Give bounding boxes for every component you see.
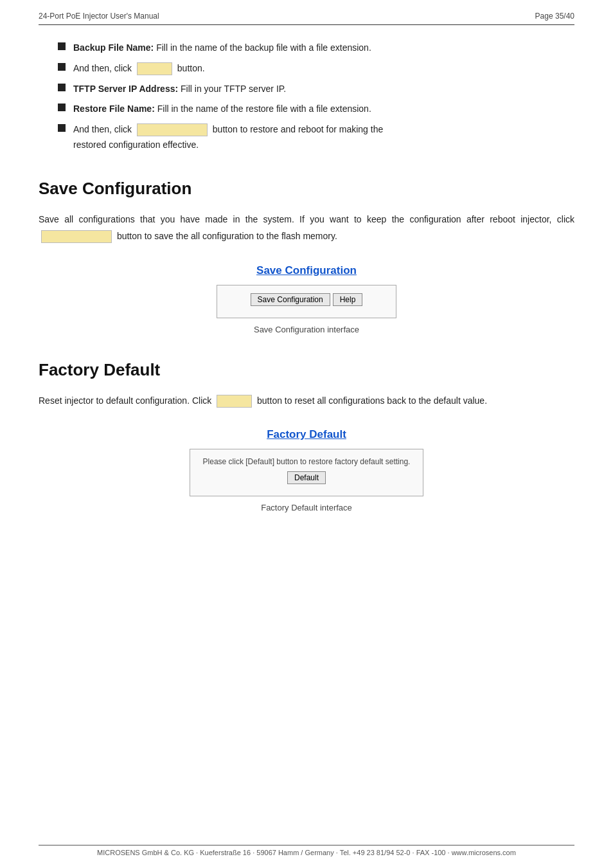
- page-header: 24-Port PoE Injector User's Manual Page …: [39, 12, 574, 25]
- inline-placeholder-3: [41, 230, 112, 243]
- factory-default-body: Reset injector to default configuration.…: [39, 393, 574, 410]
- save-config-heading: Save Configuration: [39, 179, 574, 199]
- bold-1: Backup File Name:: [73, 42, 154, 53]
- save-config-body: Save all configurations that you have ma…: [39, 212, 574, 245]
- header-left: 24-Port PoE Injector User's Manual: [39, 12, 159, 21]
- factory-default-caption: Factory Default interface: [261, 503, 352, 512]
- factory-default-section: Factory Default Reset injector to defaul…: [39, 360, 574, 513]
- save-config-caption: Save Configuration interface: [254, 325, 359, 334]
- list-item-2: And then, click button.: [58, 61, 574, 77]
- factory-default-sub-text: Please click [Default] button to restore…: [203, 457, 411, 466]
- inline-placeholder-2: [137, 123, 208, 136]
- list-item-5: And then, click button to restore and re…: [58, 122, 574, 153]
- bullet-icon-3: [58, 84, 66, 91]
- bullet-list: Backup File Name: Fill in the name of th…: [58, 41, 574, 153]
- footer-text: MICROSENS GmbH & Co. KG · Kueferstraße 1…: [97, 849, 516, 856]
- bullet-icon-4: [58, 104, 66, 111]
- bullet-icon-1: [58, 42, 66, 50]
- list-item-1: Backup File Name: Fill in the name of th…: [58, 41, 574, 56]
- inline-placeholder-1: [137, 62, 172, 75]
- factory-default-diagram-box: Please click [Default] button to restore…: [190, 449, 424, 496]
- bold-4: Restore File Name:: [73, 104, 155, 114]
- save-config-section: Save Configuration Save all configuratio…: [39, 179, 574, 334]
- list-item-4: Restore File Name: Fill in the name of t…: [58, 102, 574, 117]
- page-footer: MICROSENS GmbH & Co. KG · Kueferstraße 1…: [39, 845, 574, 856]
- save-config-buttons: Save Configuration Help: [251, 293, 363, 306]
- default-button[interactable]: Default: [287, 471, 326, 484]
- save-config-diagram: Save Configuration Save Configuration He…: [39, 264, 574, 334]
- help-button[interactable]: Help: [333, 293, 363, 306]
- bullet-icon-2: [58, 63, 66, 71]
- bullet-text-5: And then, click button to restore and re…: [73, 122, 574, 153]
- save-config-diagram-title: Save Configuration: [256, 264, 357, 277]
- bold-3: TFTP Server IP Address:: [73, 84, 178, 94]
- bullet-text-4: Restore File Name: Fill in the name of t…: [73, 102, 574, 117]
- bullet-text-1: Backup File Name: Fill in the name of th…: [73, 41, 574, 56]
- save-config-diagram-box: Save Configuration Help: [217, 285, 396, 318]
- factory-default-buttons: Default: [287, 471, 326, 484]
- factory-default-heading: Factory Default: [39, 360, 574, 380]
- header-right: Page 35/40: [535, 12, 574, 21]
- bullet-icon-5: [58, 124, 66, 132]
- list-item-3: TFTP Server IP Address: Fill in your TFT…: [58, 82, 574, 97]
- inline-placeholder-4: [217, 395, 252, 408]
- bullet-text-2: And then, click button.: [73, 61, 574, 77]
- save-configuration-button[interactable]: Save Configuration: [251, 293, 330, 306]
- factory-default-diagram: Factory Default Please click [Default] b…: [39, 428, 574, 512]
- factory-default-diagram-title: Factory Default: [267, 428, 346, 441]
- page-container: 24-Port PoE Injector User's Manual Page …: [0, 0, 613, 868]
- bullet-text-3: TFTP Server IP Address: Fill in your TFT…: [73, 82, 574, 97]
